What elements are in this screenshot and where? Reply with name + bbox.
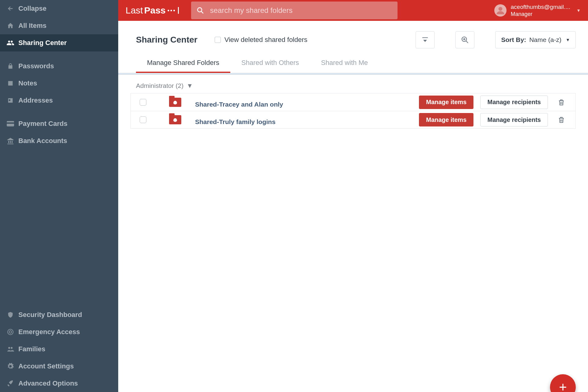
tab-shared-with-me[interactable]: Shared with Me [310, 55, 379, 73]
divider [0, 51, 118, 58]
chevron-down-icon: ▼ [187, 82, 193, 89]
delete-button[interactable] [555, 116, 568, 124]
row-checkbox-cell [131, 116, 155, 123]
sort-button[interactable]: Sort By: Name (a-z) ▼ [495, 31, 576, 48]
svg-rect-1 [7, 123, 14, 124]
logo-cursor-icon [178, 7, 179, 14]
shared-folder-icon [169, 98, 181, 107]
manage-recipients-button[interactable]: Manage recipients [480, 96, 548, 109]
sidebar-item-payment-cards[interactable]: Payment Cards [0, 115, 118, 132]
svg-point-2 [8, 329, 13, 335]
shared-folder-icon [169, 115, 181, 124]
group-header[interactable]: Administrator (2) ▼ [118, 75, 588, 93]
sidebar-item-label: Emergency Access [18, 328, 80, 336]
sidebar-item-label: Passwords [18, 62, 54, 70]
sidebar-item-notes[interactable]: Notes [0, 75, 118, 92]
title-row: Sharing Center View deleted shared folde… [118, 21, 588, 54]
sidebar-item-label: Sharing Center [18, 39, 67, 47]
tab-shared-with-others[interactable]: Shared with Others [230, 55, 310, 73]
page-title: Sharing Center [136, 35, 198, 45]
account-menu[interactable]: aceofthumbs@gmail.... Manager ▼ [494, 3, 581, 17]
manage-items-button[interactable]: Manage items [419, 96, 473, 109]
main-area: LastPass ••• aceofthumbs@gmail.... Manag… [118, 0, 588, 392]
sidebar: Collapse All Items Sharing Center Passwo… [0, 0, 118, 392]
sidebar-item-passwords[interactable]: Passwords [0, 58, 118, 75]
folder-name[interactable]: Shared-Tracey and Alan only [195, 96, 419, 108]
sidebar-item-label: Bank Accounts [18, 137, 67, 145]
home-icon [2, 22, 18, 29]
folder-icon-cell [155, 98, 195, 107]
search-box[interactable] [191, 2, 398, 19]
table-row: Shared-Truly family logins Manage items … [130, 111, 576, 129]
sidebar-collapse-label: Collapse [18, 5, 47, 13]
sidebar-item-sharing-center[interactable]: Sharing Center [0, 34, 118, 51]
logo: LastPass ••• [126, 5, 179, 16]
sidebar-item-label: Addresses [18, 96, 53, 104]
sidebar-item-bank-accounts[interactable]: Bank Accounts [0, 132, 118, 149]
chevron-down-icon: ▼ [566, 37, 570, 42]
svg-point-4 [8, 347, 10, 349]
manage-items-button[interactable]: Manage items [419, 113, 473, 126]
gear-icon [2, 363, 18, 370]
logo-dots-icon: ••• [168, 7, 176, 14]
delete-button[interactable] [555, 98, 568, 106]
lock-icon [2, 63, 18, 70]
row-actions: Manage items Manage recipients [419, 96, 575, 109]
svg-point-3 [9, 331, 12, 333]
sidebar-item-account-settings[interactable]: Account Settings [0, 358, 118, 375]
search-input[interactable] [210, 6, 392, 15]
search-icon [197, 7, 204, 14]
checkbox-icon[interactable] [215, 37, 221, 43]
view-deleted-label: View deleted shared folders [224, 36, 307, 44]
sidebar-item-label: Account Settings [18, 362, 74, 370]
note-icon [2, 80, 18, 87]
sidebar-item-all-items[interactable]: All Items [0, 17, 118, 34]
plus-icon: + [559, 379, 567, 392]
address-icon [2, 97, 18, 104]
account-text: aceofthumbs@gmail.... Manager [511, 3, 571, 17]
logo-part-2: Pass [144, 5, 166, 16]
sidebar-item-security-dashboard[interactable]: Security Dashboard [0, 306, 118, 323]
group-title: Administrator (2) [136, 82, 183, 89]
tabs: Manage Shared Folders Shared with Others… [118, 54, 588, 73]
row-checkbox[interactable] [140, 116, 146, 123]
bank-icon [2, 137, 18, 145]
table-row: Shared-Tracey and Alan only Manage items… [130, 93, 576, 111]
logo-part-1: Last [126, 5, 143, 16]
sidebar-item-addresses[interactable]: Addresses [0, 92, 118, 109]
row-checkbox-cell [131, 99, 155, 106]
share-icon [2, 39, 18, 47]
sidebar-collapse[interactable]: Collapse [0, 0, 118, 17]
rocket-icon [2, 380, 18, 387]
folder-name[interactable]: Shared-Truly family logins [195, 114, 419, 126]
lifebuoy-icon [2, 328, 18, 336]
sidebar-item-label: Advanced Options [18, 379, 78, 387]
sidebar-item-label: Payment Cards [18, 120, 67, 128]
account-role: Manager [511, 11, 571, 18]
add-button[interactable]: + [550, 374, 576, 392]
collapse-sections-button[interactable] [416, 31, 435, 48]
row-checkbox[interactable] [140, 99, 146, 106]
sidebar-item-emergency-access[interactable]: Emergency Access [0, 323, 118, 341]
avatar [494, 4, 507, 17]
sidebar-item-label: Security Dashboard [18, 311, 82, 319]
svg-point-7 [498, 7, 502, 11]
sidebar-item-label: Notes [18, 79, 37, 87]
zoom-button[interactable] [455, 31, 474, 48]
chevron-down-icon: ▼ [576, 8, 581, 13]
tab-manage-shared-folders[interactable]: Manage Shared Folders [136, 55, 230, 73]
shield-icon [2, 311, 18, 318]
sidebar-item-advanced-options[interactable]: Advanced Options [0, 375, 118, 392]
spacer [0, 149, 118, 306]
sort-label: Sort By: [501, 36, 526, 43]
account-email: aceofthumbs@gmail.... [511, 3, 571, 11]
view-deleted-toggle[interactable]: View deleted shared folders [215, 36, 307, 44]
topbar: LastPass ••• aceofthumbs@gmail.... Manag… [118, 0, 588, 21]
divider [0, 109, 118, 115]
card-icon [2, 121, 18, 127]
people-icon [2, 345, 18, 353]
sidebar-item-label: Families [18, 345, 45, 353]
sidebar-item-families[interactable]: Families [0, 341, 118, 358]
manage-recipients-button[interactable]: Manage recipients [480, 113, 548, 126]
sidebar-item-label: All Items [18, 22, 47, 30]
